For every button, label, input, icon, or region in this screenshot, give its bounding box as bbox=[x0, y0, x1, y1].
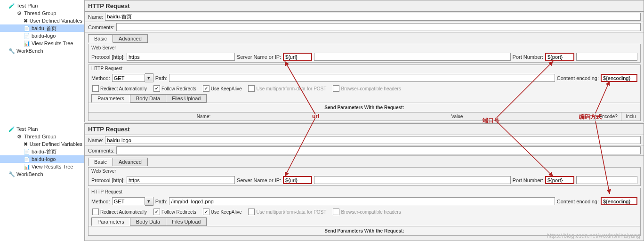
port-input-ext[interactable] bbox=[576, 176, 637, 184]
tab-filesupload[interactable]: Files Upload bbox=[166, 94, 207, 103]
method-label: Method: bbox=[91, 75, 110, 81]
comments-input[interactable] bbox=[116, 23, 641, 31]
param-tabs: Parameters Body Data Files Upload bbox=[89, 93, 640, 103]
results-icon: 📊 bbox=[24, 40, 30, 47]
tree-udv[interactable]: ✖User Defined Variables bbox=[0, 17, 84, 24]
path-label: Path: bbox=[155, 199, 168, 204]
tree-threadgroup[interactable]: ⚙Thread Group bbox=[0, 9, 84, 17]
protocol-label: Protocol [http]: bbox=[91, 177, 125, 183]
tab-basic[interactable]: Basic bbox=[88, 158, 113, 166]
protocol-input[interactable] bbox=[127, 53, 235, 61]
tree-workbench[interactable]: 🔧WorkBench bbox=[0, 170, 84, 178]
vars-icon: ✖ bbox=[24, 17, 28, 24]
sampler-icon: 📄 bbox=[24, 156, 30, 162]
cb-multipart[interactable]: Use multipart/form-data for POST bbox=[248, 85, 326, 92]
tree-viewresults[interactable]: 📊View Results Tree bbox=[0, 40, 84, 47]
protocol-label: Protocol [http]: bbox=[91, 54, 125, 60]
chevron-down-icon[interactable]: ▾ bbox=[145, 197, 153, 206]
name-input[interactable] bbox=[105, 136, 641, 144]
httpreq-title: HTTP Request bbox=[89, 65, 640, 72]
watermark: https://blog.csdn.net/woxinshihaiyang bbox=[547, 233, 640, 239]
beaker-icon: 🧪 bbox=[8, 2, 15, 9]
path-input[interactable] bbox=[169, 74, 555, 82]
th-name[interactable]: Name: bbox=[89, 112, 319, 120]
cb-follow-redirects[interactable]: Follow Redirects bbox=[153, 85, 196, 92]
server-input-ext[interactable] bbox=[314, 176, 511, 184]
encoding-label: Content encoding: bbox=[557, 199, 599, 204]
tree-workbench[interactable]: 🔧WorkBench bbox=[0, 47, 84, 55]
httpreq-title: HTTP Request bbox=[89, 188, 640, 195]
comments-label: Comments: bbox=[88, 148, 114, 153]
tab-advanced[interactable]: Advanced bbox=[113, 34, 148, 43]
name-input[interactable] bbox=[105, 13, 641, 21]
tree-req1[interactable]: 📄baidu-首页 bbox=[0, 24, 84, 32]
tab-bodydata[interactable]: Body Data bbox=[130, 94, 166, 103]
path-label: Path: bbox=[155, 75, 168, 81]
webserver-title: Web Server bbox=[89, 168, 640, 175]
panel-title: HTTP Request bbox=[85, 124, 644, 135]
port-input-ext[interactable] bbox=[576, 53, 637, 61]
port-label: Port Number: bbox=[513, 177, 543, 183]
thread-icon: ⚙ bbox=[16, 133, 23, 140]
protocol-input[interactable] bbox=[127, 176, 235, 184]
comments-input[interactable] bbox=[116, 146, 641, 154]
sampler-icon: 📄 bbox=[24, 25, 30, 32]
cb-keepalive[interactable]: Use KeepAlive bbox=[203, 85, 242, 92]
th-encode[interactable]: Encode? bbox=[596, 112, 621, 120]
encoding-input[interactable] bbox=[601, 74, 637, 82]
tab-advanced[interactable]: Advanced bbox=[113, 158, 148, 166]
options-row: Redirect Automatically Follow Redirects … bbox=[89, 84, 640, 93]
cb-browser-headers[interactable]: Browser-compatible headers bbox=[333, 209, 401, 215]
webserver-group: Web Server Protocol [http]: Server Name … bbox=[88, 44, 641, 63]
server-input[interactable] bbox=[283, 176, 312, 184]
tab-parameters[interactable]: Parameters bbox=[91, 94, 130, 103]
httpreq-group: HTTP Request Method: ▾ Path: Content enc… bbox=[88, 64, 641, 121]
tree-req1[interactable]: 📄baidu-首页 bbox=[0, 148, 84, 155]
options-row: Redirect Automatically Follow Redirects … bbox=[89, 207, 640, 217]
beaker-icon: 🧪 bbox=[8, 126, 15, 132]
tab-basic[interactable]: Basic bbox=[88, 34, 113, 43]
sampler-icon: 📄 bbox=[24, 32, 30, 39]
tree-testplan[interactable]: 🧪Test Plan bbox=[0, 2, 84, 9]
th-value[interactable]: Value bbox=[319, 112, 596, 120]
thread-icon: ⚙ bbox=[16, 10, 23, 16]
tree-testplan[interactable]: 🧪Test Plan bbox=[0, 125, 84, 133]
tab-filesupload[interactable]: Files Upload bbox=[166, 217, 207, 226]
editor-bottom: HTTP Request Name: Comments: Basic Advan… bbox=[85, 123, 644, 241]
name-label: Name: bbox=[88, 14, 103, 20]
server-input[interactable] bbox=[283, 53, 312, 61]
server-input-ext[interactable] bbox=[314, 53, 511, 61]
webserver-title: Web Server bbox=[89, 44, 640, 51]
cb-multipart[interactable]: Use multipart/form-data for POST bbox=[248, 209, 326, 215]
cb-redirect-auto[interactable]: Redirect Automatically bbox=[92, 85, 147, 92]
cb-keepalive[interactable]: Use KeepAlive bbox=[203, 209, 242, 215]
method-select[interactable]: ▾ bbox=[112, 197, 153, 206]
port-input[interactable] bbox=[545, 176, 574, 184]
method-select[interactable]: ▾ bbox=[112, 73, 153, 82]
tab-bodydata[interactable]: Body Data bbox=[130, 217, 166, 226]
port-label: Port Number: bbox=[513, 54, 543, 60]
panel-title: HTTP Request bbox=[85, 0, 644, 12]
th-include[interactable]: Inclu bbox=[621, 112, 640, 120]
httpreq-group: HTTP Request Method: ▾ Path: Content enc… bbox=[88, 188, 641, 236]
webserver-group: Web Server Protocol [http]: Server Name … bbox=[88, 167, 641, 186]
tree-threadgroup[interactable]: ⚙Thread Group bbox=[0, 133, 84, 140]
server-label: Server Name or IP: bbox=[237, 177, 281, 183]
encoding-input[interactable] bbox=[601, 197, 637, 205]
port-input[interactable] bbox=[545, 53, 574, 61]
tree-req2[interactable]: 📄baidu-logo bbox=[0, 155, 84, 163]
cb-follow-redirects[interactable]: Follow Redirects bbox=[153, 209, 196, 215]
path-input[interactable] bbox=[169, 197, 555, 205]
params-table-header: Name: Value Encode? Inclu bbox=[89, 112, 640, 120]
param-tabs: Parameters Body Data Files Upload bbox=[89, 217, 640, 226]
chevron-down-icon[interactable]: ▾ bbox=[145, 73, 153, 82]
results-icon: 📊 bbox=[24, 163, 30, 170]
tree-udv[interactable]: ✖User Defined Variables bbox=[0, 140, 84, 148]
cb-browser-headers[interactable]: Browser-compatible headers bbox=[333, 85, 401, 92]
tab-parameters[interactable]: Parameters bbox=[91, 217, 130, 226]
tree-top: 🧪Test Plan ⚙Thread Group ✖User Defined V… bbox=[0, 0, 85, 122]
tree-viewresults[interactable]: 📊View Results Tree bbox=[0, 163, 84, 170]
tree-req2[interactable]: 📄baidu-logo bbox=[0, 32, 84, 40]
cb-redirect-auto[interactable]: Redirect Automatically bbox=[92, 209, 147, 215]
workbench-icon: 🔧 bbox=[8, 171, 15, 177]
